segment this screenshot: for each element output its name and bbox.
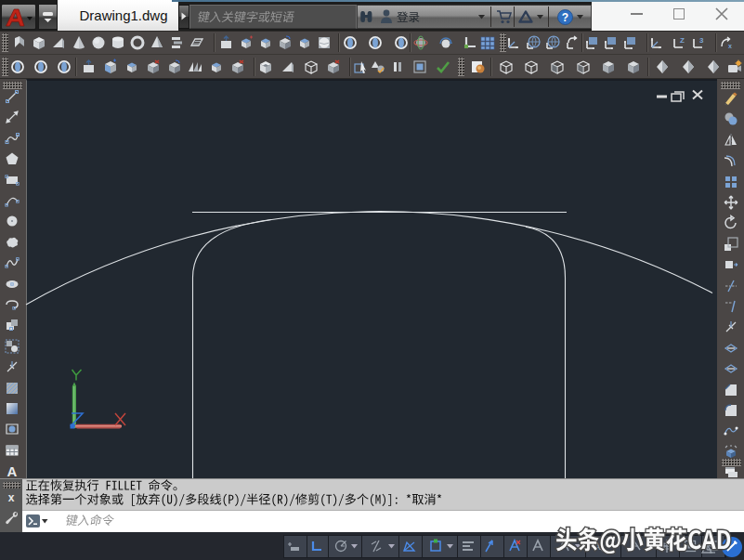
svg-text:3: 3	[699, 36, 704, 45]
svg-text:x: x	[728, 43, 732, 49]
svg-text:A: A	[7, 463, 18, 479]
svg-text:Z: Z	[680, 36, 685, 45]
svg-text:?: ?	[562, 11, 568, 24]
